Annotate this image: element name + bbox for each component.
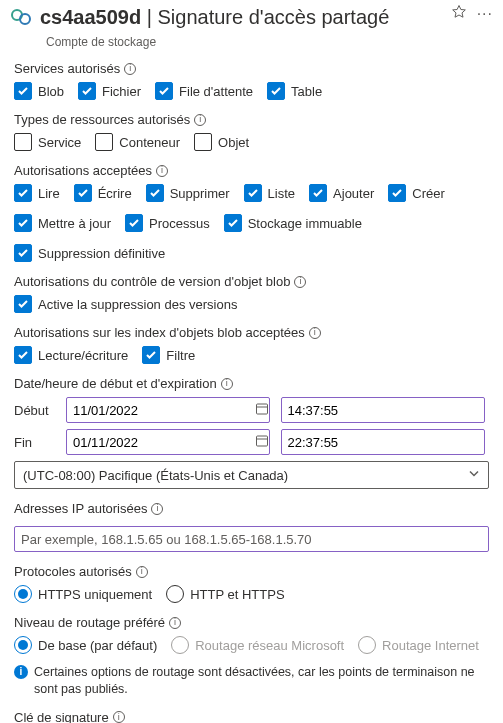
- checkbox-read[interactable]: Lire: [14, 184, 60, 202]
- info-icon[interactable]: i: [169, 617, 181, 629]
- end-time-input[interactable]: [281, 429, 485, 455]
- checkbox-process[interactable]: Processus: [125, 214, 210, 232]
- routing-note: i Certaines options de routage sont désa…: [14, 664, 489, 698]
- checkbox-immutable[interactable]: Stockage immuable: [224, 214, 362, 232]
- end-label: Fin: [14, 435, 60, 450]
- more-icon[interactable]: ···: [477, 5, 493, 23]
- checkbox-service[interactable]: Service: [14, 133, 81, 151]
- radio-routing-internet: Routage Internet: [358, 636, 479, 654]
- checkbox-delete[interactable]: Supprimer: [146, 184, 230, 202]
- info-icon[interactable]: i: [221, 378, 233, 390]
- key-label: Clé de signature: [14, 710, 109, 723]
- end-date-input[interactable]: [66, 429, 270, 455]
- section-versioning: Autorisations du contrôle de version d'o…: [14, 274, 489, 313]
- checkbox-queue[interactable]: File d'attente: [155, 82, 253, 100]
- protocols-label: Protocoles autorisés: [14, 564, 132, 579]
- checkbox-add[interactable]: Ajouter: [309, 184, 374, 202]
- info-icon[interactable]: i: [124, 63, 136, 75]
- checkbox-table[interactable]: Table: [267, 82, 322, 100]
- checkbox-permdelete[interactable]: Suppression définitive: [14, 244, 165, 262]
- checkbox-file[interactable]: Fichier: [78, 82, 141, 100]
- resource-types-label: Types de ressources autorisés: [14, 112, 190, 127]
- index-label: Autorisations sur les index d'objets blo…: [14, 325, 305, 340]
- section-datetime: Date/heure de début et d'expirationi Déb…: [14, 376, 489, 489]
- radio-https-only[interactable]: HTTPS uniquement: [14, 585, 152, 603]
- radio-routing-microsoft: Routage réseau Microsoft: [171, 636, 344, 654]
- checkbox-container[interactable]: Conteneur: [95, 133, 180, 151]
- services-label: Services autorisés: [14, 61, 120, 76]
- datetime-label: Date/heure de début et d'expiration: [14, 376, 217, 391]
- storage-account-icon: [10, 6, 32, 31]
- section-protocols: Protocoles autorisési HTTPS uniquement H…: [14, 564, 489, 603]
- info-icon[interactable]: i: [151, 503, 163, 515]
- checkbox-object[interactable]: Objet: [194, 133, 249, 151]
- versioning-label: Autorisations du contrôle de version d'o…: [14, 274, 290, 289]
- ip-input[interactable]: [14, 526, 489, 552]
- info-solid-icon: i: [14, 665, 28, 679]
- ip-label: Adresses IP autorisées: [14, 501, 147, 516]
- radio-http-https[interactable]: HTTP et HTTPS: [166, 585, 284, 603]
- page-title: cs4aa509d | Signature d'accès partagé: [40, 4, 443, 30]
- info-icon[interactable]: i: [194, 114, 206, 126]
- checkbox-enable-version-delete[interactable]: Active la suppression des versions: [14, 295, 237, 313]
- svg-point-1: [20, 14, 30, 24]
- section-routing: Niveau de routage préféréi De base (par …: [14, 615, 489, 698]
- section-resource-types: Types de ressources autorisési Service C…: [14, 112, 489, 151]
- section-blob-index: Autorisations sur les index d'objets blo…: [14, 325, 489, 364]
- section-signing-key: Clé de signaturei key1: [14, 710, 489, 723]
- checkbox-create[interactable]: Créer: [388, 184, 445, 202]
- section-services: Services autorisési Blob Fichier File d'…: [14, 61, 489, 100]
- checkbox-update[interactable]: Mettre à jour: [14, 214, 111, 232]
- checkbox-index-filter[interactable]: Filtre: [142, 346, 195, 364]
- radio-routing-basic[interactable]: De base (par défaut): [14, 636, 157, 654]
- permissions-label: Autorisations acceptées: [14, 163, 152, 178]
- chevron-down-icon: [468, 468, 480, 483]
- checkbox-blob[interactable]: Blob: [14, 82, 64, 100]
- info-icon[interactable]: i: [156, 165, 168, 177]
- section-permissions: Autorisations acceptéesi Lire Écrire Sup…: [14, 163, 489, 262]
- info-icon[interactable]: i: [113, 711, 125, 723]
- checkbox-write[interactable]: Écrire: [74, 184, 132, 202]
- start-label: Début: [14, 403, 60, 418]
- checkbox-list[interactable]: Liste: [244, 184, 295, 202]
- info-icon[interactable]: i: [309, 327, 321, 339]
- page-subtitle: Compte de stockage: [46, 35, 503, 49]
- info-icon[interactable]: i: [294, 276, 306, 288]
- start-date-input[interactable]: [66, 397, 270, 423]
- checkbox-index-rw[interactable]: Lecture/écriture: [14, 346, 128, 364]
- start-time-input[interactable]: [281, 397, 485, 423]
- routing-label: Niveau de routage préféré: [14, 615, 165, 630]
- section-ip: Adresses IP autoriséesi: [14, 501, 489, 552]
- timezone-select[interactable]: (UTC-08:00) Pacifique (États-Unis et Can…: [14, 461, 489, 489]
- favorite-icon[interactable]: [451, 4, 467, 23]
- info-icon[interactable]: i: [136, 566, 148, 578]
